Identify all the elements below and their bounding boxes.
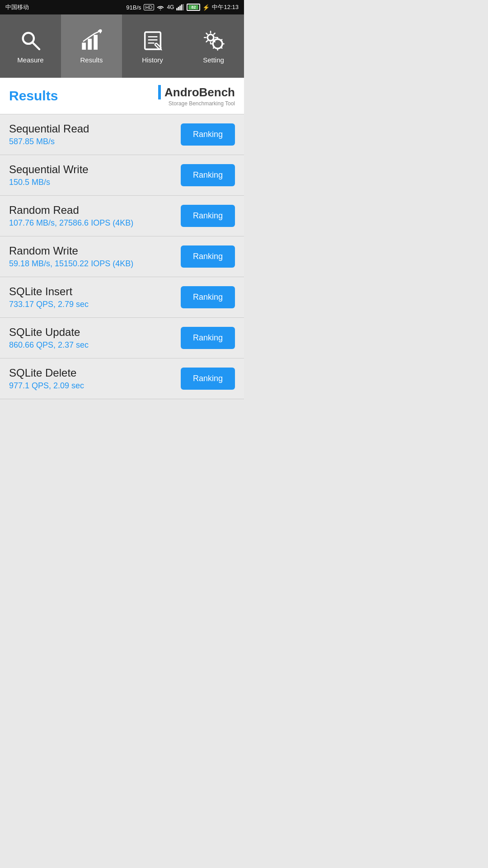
hd-badge: HD (144, 4, 155, 10)
result-name: SQLite Delete (9, 367, 84, 379)
result-row: Sequential Write150.5 MB/sRanking (0, 155, 244, 196)
tab-setting[interactable]: Setting (183, 14, 244, 78)
battery-fill: 82 (188, 5, 198, 9)
result-row: Random Write59.18 MB/s, 15150.22 IOPS (4… (0, 236, 244, 277)
result-name: Sequential Write (9, 163, 89, 176)
svg-rect-4 (183, 4, 184, 10)
ranking-button[interactable]: Ranking (181, 123, 235, 146)
carrier-text: 中国移动 (5, 3, 29, 11)
result-row: SQLite Update860.66 QPS, 2.37 secRanking (0, 318, 244, 359)
page-header: Results AndroBench Storage Benchmarking … (0, 78, 244, 114)
charging-icon: ⚡ (202, 4, 210, 11)
result-row: SQLite Delete977.1 QPS, 2.09 secRanking (0, 359, 244, 399)
brand-name-part1: Andro (164, 85, 199, 99)
speed-text: 91B/s (126, 4, 141, 11)
result-value: 860.66 QPS, 2.37 sec (9, 340, 89, 350)
result-name: Random Write (9, 245, 133, 257)
svg-rect-1 (178, 7, 179, 10)
result-list: Sequential Read587.85 MB/sRankingSequent… (0, 114, 244, 399)
svg-line-6 (32, 42, 39, 49)
svg-rect-9 (94, 35, 98, 50)
svg-rect-7 (82, 42, 86, 50)
result-value: 59.18 MB/s, 15150.22 IOPS (4KB) (9, 259, 133, 269)
svg-line-17 (155, 43, 156, 44)
tab-history-label: History (142, 56, 163, 64)
history-icon (141, 29, 164, 52)
svg-rect-2 (180, 6, 181, 11)
status-bar: 中国移动 91B/s HD 4G 82 ⚡ 中午12:13 (0, 0, 244, 14)
tab-setting-label: Setting (203, 56, 224, 64)
svg-rect-0 (177, 8, 178, 10)
ranking-button[interactable]: Ranking (181, 368, 235, 390)
ranking-button[interactable]: Ranking (181, 327, 235, 349)
result-value: 977.1 QPS, 2.09 sec (9, 381, 84, 391)
signal-icon (176, 4, 184, 10)
tab-results-label: Results (80, 56, 103, 64)
tab-history[interactable]: History (122, 14, 183, 78)
ranking-button[interactable]: Ranking (181, 164, 235, 186)
brand-logo: AndroBench Storage Benchmarking Tool (158, 85, 235, 107)
svg-rect-11 (145, 32, 160, 49)
svg-point-19 (207, 34, 214, 41)
measure-icon (19, 29, 42, 52)
brand-sub: Storage Benchmarking Tool (169, 100, 235, 107)
result-value: 733.17 QPS, 2.79 sec (9, 300, 89, 309)
result-name: Random Read (9, 204, 133, 217)
ranking-button[interactable]: Ranking (181, 205, 235, 227)
tab-results[interactable]: Results (61, 14, 122, 78)
result-name: SQLite Update (9, 326, 89, 339)
result-info: SQLite Delete977.1 QPS, 2.09 sec (9, 367, 84, 391)
result-info: Random Read107.76 MB/s, 27586.6 IOPS (4K… (9, 204, 133, 228)
brand-bar-accent (158, 85, 161, 99)
result-row: SQLite Insert733.17 QPS, 2.79 secRanking (0, 277, 244, 318)
result-value: 107.76 MB/s, 27586.6 IOPS (4KB) (9, 218, 133, 228)
network-badge: 4G (167, 4, 174, 10)
brand-name-part2: Bench (199, 85, 235, 99)
results-icon (80, 29, 103, 52)
result-name: Sequential Read (9, 123, 89, 135)
time-text: 中午12:13 (212, 3, 239, 11)
ranking-button[interactable]: Ranking (181, 245, 235, 268)
svg-rect-3 (181, 5, 183, 10)
result-info: SQLite Insert733.17 QPS, 2.79 sec (9, 285, 89, 309)
svg-rect-8 (88, 38, 92, 49)
nav-tabs: Measure Results History (0, 14, 244, 78)
result-row: Sequential Read587.85 MB/sRanking (0, 114, 244, 155)
battery-icon: 82 (187, 4, 200, 11)
wifi-icon (156, 4, 164, 10)
tab-measure[interactable]: Measure (0, 14, 61, 78)
result-info: Sequential Read587.85 MB/s (9, 123, 89, 146)
tab-measure-label: Measure (17, 56, 43, 64)
result-name: SQLite Insert (9, 285, 89, 298)
result-value: 587.85 MB/s (9, 137, 89, 146)
result-info: Random Write59.18 MB/s, 15150.22 IOPS (4… (9, 245, 133, 269)
result-info: SQLite Update860.66 QPS, 2.37 sec (9, 326, 89, 350)
brand-name: AndroBench (164, 85, 235, 99)
page-title: Results (9, 88, 58, 104)
status-right: 91B/s HD 4G 82 ⚡ 中午12:13 (126, 3, 239, 11)
result-row: Random Read107.76 MB/s, 27586.6 IOPS (4K… (0, 196, 244, 236)
result-info: Sequential Write150.5 MB/s (9, 163, 89, 187)
result-value: 150.5 MB/s (9, 178, 89, 187)
ranking-button[interactable]: Ranking (181, 286, 235, 308)
setting-icon (202, 29, 225, 52)
